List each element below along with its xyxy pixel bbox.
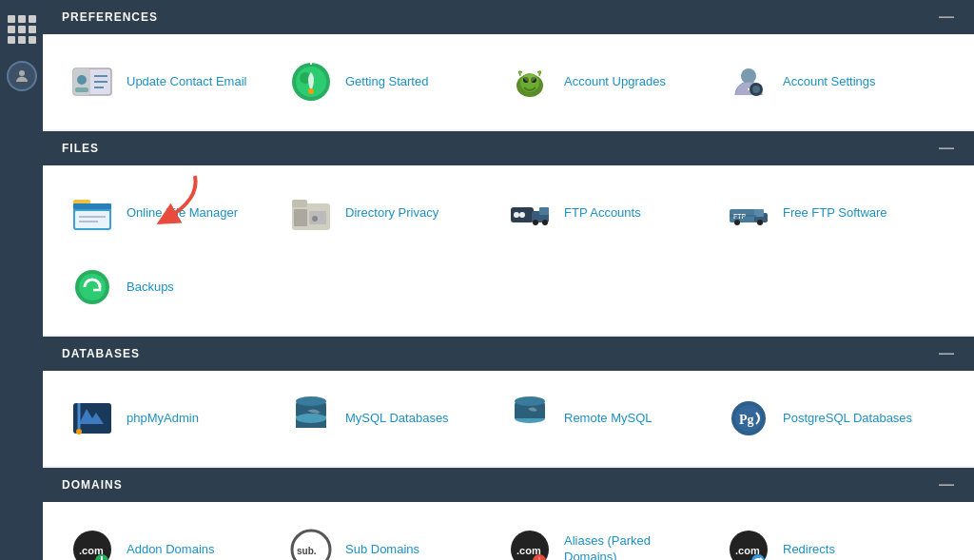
item-label-phpmyadmin: phpMyAdmin — [127, 411, 199, 427]
directory-icon — [286, 188, 336, 238]
item-label-online-file-manager: Online File Manager — [127, 205, 238, 222]
section-databases: DATABASES — phpMyAdmin — [43, 337, 974, 466]
ftp-icon — [505, 188, 555, 238]
svg-rect-35 — [309, 211, 326, 224]
item-label-redirects: Redirects — [783, 542, 835, 558]
item-label-aliases: Aliases (Parked Domains) — [564, 533, 703, 560]
item-ftp-accounts[interactable]: FTP Accounts — [499, 181, 709, 245]
collapse-icon-databases[interactable]: — — [939, 346, 955, 361]
item-remote-mysql[interactable]: Remote MySQL — [499, 386, 709, 451]
svg-point-60 — [296, 414, 326, 423]
svg-point-38 — [514, 212, 519, 218]
svg-rect-41 — [539, 207, 549, 215]
item-directory-privacy[interactable]: Directory Privacy — [281, 181, 490, 245]
item-free-ftp-software[interactable]: FTP Free FTP Software — [718, 181, 927, 245]
file-manager-icon — [68, 188, 117, 238]
svg-point-17 — [524, 74, 536, 82]
postgresql-icon: Pg — [724, 394, 773, 443]
user-avatar-button[interactable] — [7, 61, 37, 91]
svg-text:sub.: sub. — [297, 546, 317, 556]
redirects-icon: .com — [724, 525, 773, 560]
item-account-upgrades[interactable]: Account Upgrades — [499, 49, 709, 114]
getting-started-icon — [286, 57, 336, 106]
aliases-icon: .com — [505, 525, 555, 560]
item-account-settings[interactable]: Account Settings — [718, 49, 927, 114]
account-settings-icon — [724, 57, 773, 106]
account-upgrades-icon — [505, 57, 555, 106]
svg-point-52 — [79, 274, 106, 300]
svg-point-11 — [308, 88, 314, 94]
svg-rect-28 — [75, 211, 109, 228]
item-label-backups: Backups — [127, 280, 174, 296]
item-label-update-contact-email: Update Contact Email — [127, 74, 246, 90]
item-label-getting-started: Getting Started — [345, 74, 428, 90]
item-redirects[interactable]: .com Redirects — [718, 517, 927, 560]
svg-point-48 — [734, 220, 740, 225]
item-postgresql-databases[interactable]: Pg PostgreSQL Databases — [718, 386, 927, 451]
section-header-databases: DATABASES — — [43, 337, 974, 371]
item-label-mysql-databases: MySQL Databases — [345, 411, 449, 427]
section-domains: DOMAINS — .com Addon Domains — [43, 468, 974, 560]
item-label-addon-domains: Addon Domains — [127, 542, 215, 558]
section-header-domains: DOMAINS — — [43, 468, 974, 502]
section-header-files: FILES — — [43, 131, 974, 165]
svg-point-49 — [757, 220, 763, 225]
phpmyadmin-icon — [68, 394, 117, 443]
item-label-directory-privacy: Directory Privacy — [345, 205, 438, 222]
svg-rect-34 — [294, 209, 307, 226]
item-backups[interactable]: Backups — [62, 255, 271, 319]
item-aliases[interactable]: .com Aliases (Parked Domains) — [499, 517, 709, 560]
svg-point-62 — [515, 396, 545, 406]
item-label-remote-mysql: Remote MySQL — [564, 411, 652, 427]
item-getting-started[interactable]: Getting Started — [281, 49, 490, 114]
apps-grid-button[interactable] — [2, 10, 42, 49]
svg-point-0 — [19, 70, 25, 76]
svg-point-54 — [76, 429, 82, 434]
collapse-icon-domains[interactable]: — — [939, 477, 955, 492]
main-content: PREFERENCES — Update Contact Email — [43, 0, 974, 560]
item-label-postgresql-databases: PostgreSQL Databases — [783, 411, 912, 427]
svg-rect-33 — [292, 200, 307, 207]
svg-rect-4 — [75, 87, 88, 92]
svg-rect-27 — [73, 203, 111, 209]
section-title-domains: DOMAINS — [62, 478, 123, 492]
mysql-icon — [286, 394, 336, 443]
addon-domains-icon: .com — [68, 525, 117, 560]
section-files: FILES — Online File Manager — [43, 131, 974, 335]
item-label-sub-domains: Sub Domains — [345, 542, 419, 558]
section-body-preferences: Update Contact Email Getting Started — [43, 34, 974, 129]
svg-text:.com: .com — [516, 545, 541, 556]
svg-point-43 — [542, 220, 548, 225]
section-body-databases: phpMyAdmin MySQL Databases — [43, 371, 974, 466]
section-body-files: Online File Manager — [43, 165, 974, 335]
item-phpmyadmin[interactable]: phpMyAdmin — [62, 386, 271, 451]
section-body-domains: .com Addon Domains sub. Sub Domains — [43, 502, 974, 560]
contact-icon — [68, 57, 117, 106]
section-header-preferences: PREFERENCES — — [43, 0, 974, 34]
section-title-files: FILES — [62, 142, 99, 155]
svg-text:Pg: Pg — [739, 413, 754, 427]
svg-text:.com: .com — [79, 545, 104, 556]
section-preferences: PREFERENCES — Update Contact Email — [43, 0, 974, 129]
svg-point-20 — [752, 86, 760, 93]
svg-text:.com: .com — [735, 545, 760, 556]
ftp-truck-icon: FTP — [724, 188, 773, 238]
collapse-icon-preferences[interactable]: — — [939, 10, 955, 25]
svg-rect-50 — [730, 215, 756, 217]
backups-icon — [68, 262, 117, 312]
item-label-account-settings: Account Settings — [783, 74, 876, 90]
item-sub-domains[interactable]: sub. Sub Domains — [281, 517, 490, 560]
svg-point-57 — [296, 396, 326, 406]
item-online-file-manager[interactable]: Online File Manager — [62, 181, 271, 245]
section-title-preferences: PREFERENCES — [62, 10, 158, 24]
svg-point-39 — [519, 212, 525, 218]
item-mysql-databases[interactable]: MySQL Databases — [281, 386, 490, 451]
sub-domains-icon: sub. — [286, 525, 336, 560]
svg-point-3 — [77, 75, 87, 85]
item-label-free-ftp-software: Free FTP Software — [783, 205, 887, 222]
item-update-contact-email[interactable]: Update Contact Email — [62, 49, 271, 114]
item-label-ftp-accounts: FTP Accounts — [564, 205, 641, 222]
item-addon-domains[interactable]: .com Addon Domains — [62, 517, 271, 560]
arrow-indicator — [147, 171, 205, 232]
collapse-icon-files[interactable]: — — [939, 141, 955, 156]
